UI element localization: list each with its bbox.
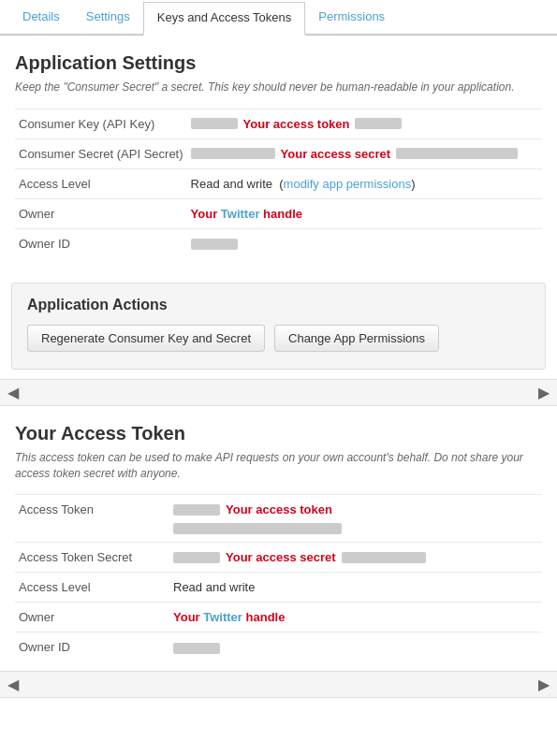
consumer-secret-label: Consumer Secret (API Secret) (15, 138, 187, 168)
action-buttons-group: Regenerate Consumer Key and Secret Chang… (27, 325, 530, 352)
access-token-heading: Your Access Token (15, 423, 542, 444)
owner-handle: Your Twitter handle (191, 207, 302, 221)
access-token-secret-label: Access Token Secret (15, 543, 169, 573)
consumer-key-label: Consumer Key (API Key) (15, 109, 187, 138)
redacted-block (191, 148, 275, 159)
owner-label: Owner (15, 198, 187, 228)
redacted-block (173, 552, 220, 563)
table-row: Access Level Read and write (15, 573, 542, 603)
at-token-label: Your access token (226, 502, 332, 516)
twitter-word-2: Twitter (203, 610, 242, 624)
access-token-table: Access Token Your access token Access To… (15, 494, 542, 662)
access-secret-label: Your access secret (281, 147, 391, 161)
table-row: Owner Your Twitter handle (15, 198, 542, 228)
table-row: Access Token Secret Your access secret (15, 543, 542, 573)
regen-consumer-key-button[interactable]: Regenerate Consumer Key and Secret (27, 325, 265, 352)
tab-keys-tokens[interactable]: Keys and Access Tokens (143, 2, 306, 36)
table-row: Consumer Secret (API Secret) Your access… (15, 138, 542, 168)
access-token-label: Your access token (243, 117, 350, 131)
access-level-value: Read and write (modify app permissions) (187, 168, 542, 198)
at-access-level-value: Read and write (169, 573, 542, 603)
app-settings-heading: Application Settings (15, 52, 542, 74)
access-token-subtitle: This access token can be used to make AP… (15, 450, 542, 482)
table-row: Consumer Key (API Key) Your access token (15, 109, 542, 138)
tab-permissions[interactable]: Permissions (305, 0, 398, 36)
scroll-left-icon[interactable]: ◀ (7, 384, 19, 401)
scroll-right-icon-bottom[interactable]: ▶ (538, 676, 550, 693)
horizontal-scroll-bar[interactable]: ◀ ▶ (0, 379, 557, 406)
table-row: Owner Your Twitter handle (15, 603, 542, 632)
owner-value: Your Twitter handle (187, 198, 542, 228)
at-owner-value: Your Twitter handle (169, 603, 542, 632)
table-row: Owner ID (15, 632, 542, 662)
scroll-right-icon[interactable]: ▶ (538, 384, 550, 401)
consumer-secret-value: Your access secret (187, 138, 542, 168)
redacted-block (173, 504, 220, 516)
access-level-text: Read and write (191, 177, 272, 191)
owner-id-value (187, 228, 542, 258)
twitter-word: Twitter (221, 207, 260, 221)
at-owner-id-value (169, 632, 542, 662)
owner-id-label: Owner ID (15, 228, 187, 258)
app-actions-box: Application Actions Regenerate Consumer … (11, 283, 546, 370)
tab-bar: Details Settings Keys and Access Tokens … (0, 0, 557, 36)
app-settings-section: Application Settings Keep the "Consumer … (0, 36, 557, 268)
consumer-key-value: Your access token (187, 109, 542, 138)
table-row: Owner ID (15, 228, 542, 258)
access-token-section: Your Access Token This access token can … (0, 406, 557, 672)
at-owner-handle: Your Twitter handle (173, 610, 285, 624)
access-token-value-cell: Your access token (169, 495, 542, 543)
redacted-block (342, 552, 426, 563)
app-settings-table: Consumer Key (API Key) Your access token… (15, 109, 542, 258)
access-token-secret-value: Your access secret (169, 543, 542, 573)
table-row: Access Token Your access token (15, 495, 542, 543)
app-settings-subtitle: Keep the "Consumer Secret" a secret. Thi… (15, 80, 542, 95)
redacted-block (173, 523, 342, 534)
at-secret-label: Your access secret (226, 550, 336, 564)
tab-details[interactable]: Details (9, 0, 73, 36)
at-access-level-label: Access Level (15, 573, 169, 603)
tab-settings[interactable]: Settings (73, 0, 143, 36)
table-row: Access Level Read and write (modify app … (15, 168, 542, 198)
scroll-left-icon-bottom[interactable]: ◀ (7, 676, 19, 693)
horizontal-scroll-bar-bottom[interactable]: ◀ ▶ (0, 671, 557, 698)
redacted-block (191, 239, 238, 250)
redacted-block (355, 118, 402, 129)
app-actions-heading: Application Actions (27, 297, 530, 313)
redacted-block (191, 118, 238, 129)
redacted-block (173, 643, 220, 654)
access-level-label: Access Level (15, 168, 187, 198)
change-app-permissions-button[interactable]: Change App Permissions (274, 325, 439, 352)
at-owner-id-label: Owner ID (15, 632, 169, 662)
access-token-label-cell: Access Token (15, 495, 169, 543)
modify-permissions-link[interactable]: modify app permissions (284, 177, 412, 191)
at-owner-label: Owner (15, 603, 169, 632)
redacted-block (396, 148, 518, 159)
